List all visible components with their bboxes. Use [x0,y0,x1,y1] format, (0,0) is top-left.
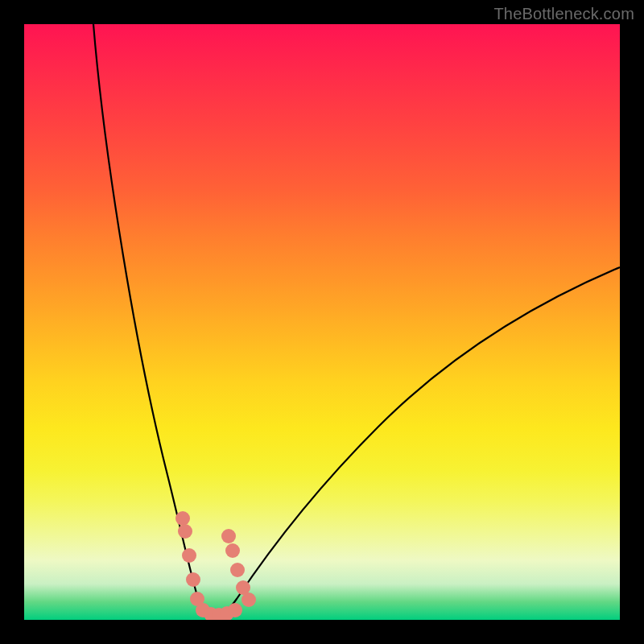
left-curve [93,24,211,620]
curve-layer [24,24,620,620]
marker-dot [221,529,236,543]
chart-frame: TheBottleneck.com [0,0,644,644]
marker-dot [175,511,190,526]
marker-dot [178,524,192,539]
marker-dot [186,572,200,587]
gradient-plot-area [24,24,620,620]
bottom-marker-group [196,603,242,620]
marker-dot [182,548,196,563]
marker-dot [228,603,242,617]
marker-dot [230,563,245,577]
right-curve [211,267,620,620]
marker-dot [225,543,240,558]
watermark-text: TheBottleneck.com [493,5,634,23]
marker-dot [242,592,256,607]
